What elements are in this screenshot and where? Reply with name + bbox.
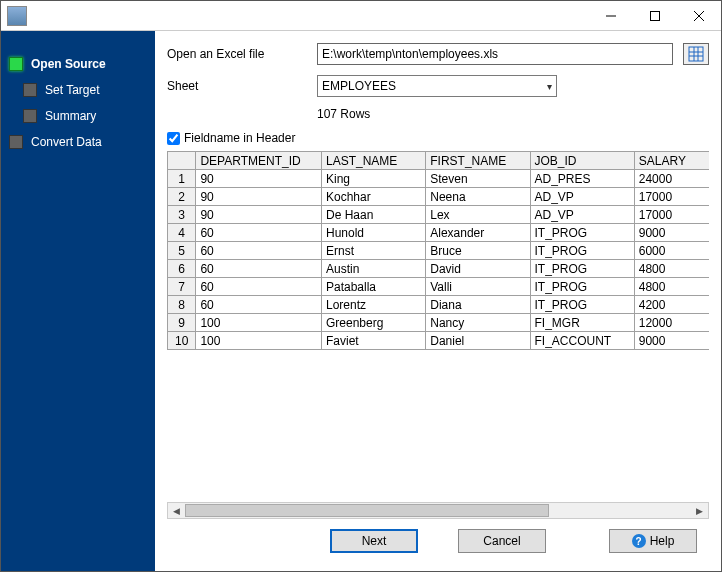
help-button[interactable]: ? Help	[609, 529, 697, 553]
data-cell[interactable]: Lex	[426, 206, 530, 224]
column-header[interactable]: JOB_ID	[530, 152, 634, 170]
step-open-source[interactable]: Open Source	[1, 51, 155, 77]
cancel-button-label: Cancel	[483, 534, 520, 548]
row-count-label: 107 Rows	[317, 107, 709, 121]
data-cell[interactable]: Valli	[426, 278, 530, 296]
data-cell[interactable]: Hunold	[322, 224, 426, 242]
row-number-cell: 2	[168, 188, 196, 206]
table-row[interactable]: 660AustinDavidIT_PROG4800DAUSTIN	[168, 260, 710, 278]
data-cell[interactable]: 9000	[634, 332, 709, 350]
data-cell[interactable]: 17000	[634, 206, 709, 224]
step-label: Summary	[45, 109, 96, 123]
browse-button[interactable]	[683, 43, 709, 65]
data-cell[interactable]: Diana	[426, 296, 530, 314]
row-number-cell: 5	[168, 242, 196, 260]
table-row[interactable]: 10100FavietDanielFI_ACCOUNT9000DFAVIET	[168, 332, 710, 350]
data-cell[interactable]: Kochhar	[322, 188, 426, 206]
data-cell[interactable]: 6000	[634, 242, 709, 260]
data-cell[interactable]: IT_PROG	[530, 260, 634, 278]
step-marker-icon	[23, 109, 37, 123]
sheet-select[interactable]: EMPLOYEES ▾	[317, 75, 557, 97]
data-cell[interactable]: 24000	[634, 170, 709, 188]
chevron-down-icon: ▾	[547, 81, 552, 92]
table-row[interactable]: 9100GreenbergNancyFI_MGR12000NGREENBE	[168, 314, 710, 332]
data-cell[interactable]: De Haan	[322, 206, 426, 224]
table-row[interactable]: 460HunoldAlexanderIT_PROG9000AHUNOLD	[168, 224, 710, 242]
data-cell[interactable]: IT_PROG	[530, 224, 634, 242]
data-cell[interactable]: Lorentz	[322, 296, 426, 314]
data-cell[interactable]: Neena	[426, 188, 530, 206]
file-path-input[interactable]: E:\work\temp\nton\employees.xls	[317, 43, 673, 65]
button-bar: Next Cancel ? Help	[167, 519, 709, 563]
column-header[interactable]: LAST_NAME	[322, 152, 426, 170]
data-cell[interactable]: AD_VP	[530, 206, 634, 224]
scrollbar-thumb[interactable]	[185, 504, 549, 517]
column-header[interactable]: DEPARTMENT_ID	[196, 152, 322, 170]
table-row[interactable]: 760PataballaValliIT_PROG4800VPATABAL	[168, 278, 710, 296]
data-cell[interactable]: 100	[196, 332, 322, 350]
scroll-left-arrow-icon[interactable]: ◀	[168, 503, 185, 518]
column-header[interactable]: SALARY	[634, 152, 709, 170]
data-cell[interactable]: 60	[196, 296, 322, 314]
data-cell[interactable]: 17000	[634, 188, 709, 206]
data-cell[interactable]: Pataballa	[322, 278, 426, 296]
open-file-label: Open an Excel file	[167, 47, 307, 61]
close-button[interactable]	[677, 1, 721, 30]
app-icon	[7, 6, 27, 26]
data-cell[interactable]: Daniel	[426, 332, 530, 350]
table-row[interactable]: 290KochharNeenaAD_VP17000NKOCHHAR	[168, 188, 710, 206]
data-cell[interactable]: Nancy	[426, 314, 530, 332]
row-number-header	[168, 152, 196, 170]
data-cell[interactable]: 12000	[634, 314, 709, 332]
table-row[interactable]: 860LorentzDianaIT_PROG4200DLORENTZ	[168, 296, 710, 314]
data-cell[interactable]: Bruce	[426, 242, 530, 260]
maximize-button[interactable]	[633, 1, 677, 30]
grid-icon	[688, 46, 704, 62]
fieldname-header-checkbox[interactable]	[167, 132, 180, 145]
data-cell[interactable]: Austin	[322, 260, 426, 278]
minimize-button[interactable]	[589, 1, 633, 30]
title-bar	[1, 1, 721, 31]
data-cell[interactable]: 4800	[634, 278, 709, 296]
data-cell[interactable]: 60	[196, 242, 322, 260]
step-label: Set Target	[45, 83, 99, 97]
fieldname-header-label: Fieldname in Header	[184, 131, 295, 145]
data-cell[interactable]: 60	[196, 260, 322, 278]
data-cell[interactable]: AD_VP	[530, 188, 634, 206]
data-cell[interactable]: Faviet	[322, 332, 426, 350]
data-cell[interactable]: IT_PROG	[530, 278, 634, 296]
column-header[interactable]: FIRST_NAME	[426, 152, 530, 170]
step-summary[interactable]: Summary	[1, 103, 155, 129]
data-cell[interactable]: Alexander	[426, 224, 530, 242]
wizard-sidebar: Open Source Set Target Summary Convert D…	[1, 31, 155, 571]
data-cell[interactable]: FI_MGR	[530, 314, 634, 332]
data-cell[interactable]: 60	[196, 224, 322, 242]
data-cell[interactable]: David	[426, 260, 530, 278]
next-button[interactable]: Next	[330, 529, 418, 553]
data-cell[interactable]: IT_PROG	[530, 242, 634, 260]
cancel-button[interactable]: Cancel	[458, 529, 546, 553]
data-cell[interactable]: AD_PRES	[530, 170, 634, 188]
row-number-cell: 6	[168, 260, 196, 278]
step-set-target[interactable]: Set Target	[1, 77, 155, 103]
horizontal-scrollbar[interactable]: ◀ ▶	[167, 502, 709, 519]
table-row[interactable]: 390De HaanLexAD_VP17000LDEHAAN	[168, 206, 710, 224]
data-cell[interactable]: King	[322, 170, 426, 188]
data-cell[interactable]: FI_ACCOUNT	[530, 332, 634, 350]
data-cell[interactable]: 90	[196, 188, 322, 206]
data-cell[interactable]: Ernst	[322, 242, 426, 260]
data-cell[interactable]: 9000	[634, 224, 709, 242]
data-cell[interactable]: Greenberg	[322, 314, 426, 332]
data-cell[interactable]: 4200	[634, 296, 709, 314]
data-cell[interactable]: 90	[196, 170, 322, 188]
data-cell[interactable]: 4800	[634, 260, 709, 278]
scroll-right-arrow-icon[interactable]: ▶	[691, 503, 708, 518]
data-cell[interactable]: 100	[196, 314, 322, 332]
data-cell[interactable]: IT_PROG	[530, 296, 634, 314]
table-row[interactable]: 560ErnstBruceIT_PROG6000BERNST	[168, 242, 710, 260]
data-cell[interactable]: 90	[196, 206, 322, 224]
table-row[interactable]: 190KingStevenAD_PRES24000SKING	[168, 170, 710, 188]
data-cell[interactable]: 60	[196, 278, 322, 296]
data-cell[interactable]: Steven	[426, 170, 530, 188]
step-convert-data[interactable]: Convert Data	[1, 129, 155, 155]
